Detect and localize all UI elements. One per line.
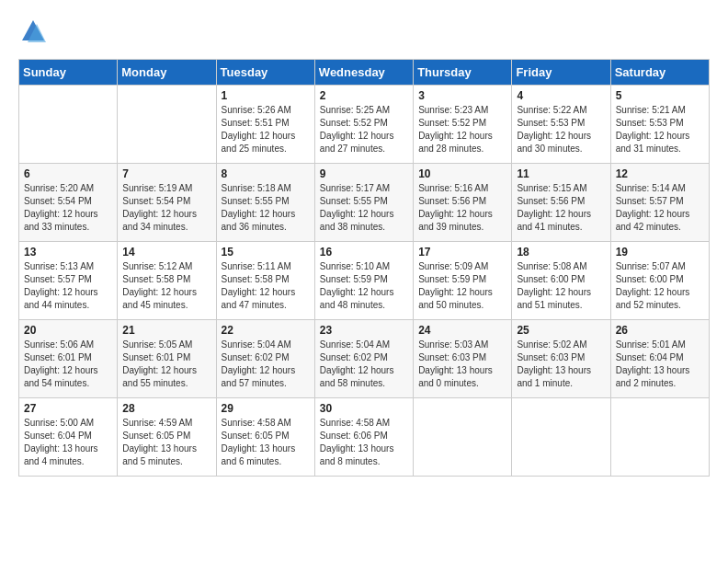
day-detail: Sunrise: 5:04 AM Sunset: 6:02 PM Dayligh… bbox=[222, 339, 310, 390]
weekday-header: Wednesday bbox=[314, 60, 413, 86]
calendar-cell: 8Sunrise: 5:18 AM Sunset: 5:55 PM Daylig… bbox=[216, 164, 314, 242]
day-detail: Sunrise: 5:14 AM Sunset: 5:57 PM Dayligh… bbox=[616, 182, 704, 234]
calendar-cell bbox=[118, 86, 216, 164]
calendar-cell: 5Sunrise: 5:21 AM Sunset: 5:53 PM Daylig… bbox=[610, 86, 709, 164]
calendar-cell: 27Sunrise: 5:00 AM Sunset: 6:04 PM Dayli… bbox=[19, 398, 118, 477]
day-number: 1 bbox=[222, 89, 310, 102]
calendar-cell: 23Sunrise: 5:04 AM Sunset: 6:02 PM Dayli… bbox=[314, 320, 413, 398]
day-detail: Sunrise: 5:04 AM Sunset: 6:02 PM Dayligh… bbox=[320, 339, 408, 390]
page-header bbox=[18, 18, 710, 44]
day-number: 10 bbox=[418, 167, 506, 180]
calendar-cell: 18Sunrise: 5:08 AM Sunset: 6:00 PM Dayli… bbox=[512, 242, 610, 320]
calendar-cell: 22Sunrise: 5:04 AM Sunset: 6:02 PM Dayli… bbox=[216, 320, 314, 398]
day-number: 24 bbox=[418, 324, 506, 337]
day-number: 18 bbox=[517, 246, 605, 259]
logo bbox=[18, 18, 46, 44]
day-number: 15 bbox=[222, 246, 310, 259]
day-number: 28 bbox=[122, 402, 210, 415]
calendar-cell: 15Sunrise: 5:11 AM Sunset: 5:58 PM Dayli… bbox=[216, 242, 314, 320]
day-detail: Sunrise: 5:20 AM Sunset: 5:54 PM Dayligh… bbox=[24, 182, 112, 234]
calendar-cell: 10Sunrise: 5:16 AM Sunset: 5:56 PM Dayli… bbox=[414, 164, 512, 242]
day-detail: Sunrise: 5:23 AM Sunset: 5:52 PM Dayligh… bbox=[418, 104, 506, 155]
calendar-cell bbox=[610, 398, 709, 477]
calendar-cell: 9Sunrise: 5:17 AM Sunset: 5:55 PM Daylig… bbox=[314, 164, 413, 242]
calendar-cell: 20Sunrise: 5:06 AM Sunset: 6:01 PM Dayli… bbox=[19, 320, 118, 398]
day-detail: Sunrise: 4:58 AM Sunset: 6:06 PM Dayligh… bbox=[320, 417, 408, 468]
calendar-cell: 13Sunrise: 5:13 AM Sunset: 5:57 PM Dayli… bbox=[19, 242, 118, 320]
day-detail: Sunrise: 5:03 AM Sunset: 6:03 PM Dayligh… bbox=[418, 339, 506, 390]
day-number: 4 bbox=[517, 89, 605, 102]
calendar-cell: 25Sunrise: 5:02 AM Sunset: 6:03 PM Dayli… bbox=[512, 320, 610, 398]
weekday-header: Saturday bbox=[610, 60, 709, 86]
calendar-cell: 6Sunrise: 5:20 AM Sunset: 5:54 PM Daylig… bbox=[19, 164, 118, 242]
day-number: 2 bbox=[320, 89, 408, 102]
day-detail: Sunrise: 5:17 AM Sunset: 5:55 PM Dayligh… bbox=[320, 182, 408, 234]
weekday-header: Friday bbox=[512, 60, 610, 86]
day-detail: Sunrise: 5:25 AM Sunset: 5:52 PM Dayligh… bbox=[320, 104, 408, 155]
day-detail: Sunrise: 5:05 AM Sunset: 6:01 PM Dayligh… bbox=[122, 339, 210, 390]
day-detail: Sunrise: 5:06 AM Sunset: 6:01 PM Dayligh… bbox=[24, 339, 112, 390]
day-number: 22 bbox=[222, 324, 310, 337]
day-number: 26 bbox=[616, 324, 704, 337]
day-detail: Sunrise: 5:19 AM Sunset: 5:54 PM Dayligh… bbox=[122, 182, 210, 234]
day-number: 5 bbox=[616, 89, 704, 102]
calendar-header: SundayMondayTuesdayWednesdayThursdayFrid… bbox=[19, 60, 710, 86]
day-number: 13 bbox=[24, 246, 112, 259]
day-detail: Sunrise: 5:09 AM Sunset: 5:59 PM Dayligh… bbox=[418, 260, 506, 312]
day-detail: Sunrise: 5:22 AM Sunset: 5:53 PM Dayligh… bbox=[517, 104, 605, 155]
calendar-cell: 14Sunrise: 5:12 AM Sunset: 5:58 PM Dayli… bbox=[118, 242, 216, 320]
day-number: 11 bbox=[517, 167, 605, 180]
day-detail: Sunrise: 5:13 AM Sunset: 5:57 PM Dayligh… bbox=[24, 260, 112, 312]
calendar-cell bbox=[512, 398, 610, 477]
day-detail: Sunrise: 5:12 AM Sunset: 5:58 PM Dayligh… bbox=[122, 260, 210, 312]
day-number: 3 bbox=[418, 89, 506, 102]
day-number: 6 bbox=[24, 167, 112, 180]
calendar-cell: 11Sunrise: 5:15 AM Sunset: 5:56 PM Dayli… bbox=[512, 164, 610, 242]
day-number: 7 bbox=[122, 167, 210, 180]
calendar-cell: 3Sunrise: 5:23 AM Sunset: 5:52 PM Daylig… bbox=[414, 86, 512, 164]
day-detail: Sunrise: 5:00 AM Sunset: 6:04 PM Dayligh… bbox=[24, 417, 112, 468]
day-detail: Sunrise: 5:18 AM Sunset: 5:55 PM Dayligh… bbox=[222, 182, 310, 234]
day-number: 27 bbox=[24, 402, 112, 415]
day-number: 30 bbox=[320, 402, 408, 415]
weekday-header: Sunday bbox=[19, 60, 118, 86]
day-number: 16 bbox=[320, 246, 408, 259]
calendar-cell: 1Sunrise: 5:26 AM Sunset: 5:51 PM Daylig… bbox=[216, 86, 314, 164]
calendar-table: SundayMondayTuesdayWednesdayThursdayFrid… bbox=[18, 59, 710, 477]
day-detail: Sunrise: 5:26 AM Sunset: 5:51 PM Dayligh… bbox=[222, 104, 310, 155]
calendar-week-row: 20Sunrise: 5:06 AM Sunset: 6:01 PM Dayli… bbox=[19, 320, 710, 398]
day-detail: Sunrise: 5:07 AM Sunset: 6:00 PM Dayligh… bbox=[616, 260, 704, 312]
day-number: 20 bbox=[24, 324, 112, 337]
calendar-cell: 2Sunrise: 5:25 AM Sunset: 5:52 PM Daylig… bbox=[314, 86, 413, 164]
calendar-cell: 26Sunrise: 5:01 AM Sunset: 6:04 PM Dayli… bbox=[610, 320, 709, 398]
calendar-cell: 16Sunrise: 5:10 AM Sunset: 5:59 PM Dayli… bbox=[314, 242, 413, 320]
calendar-week-row: 1Sunrise: 5:26 AM Sunset: 5:51 PM Daylig… bbox=[19, 86, 710, 164]
calendar-cell: 29Sunrise: 4:58 AM Sunset: 6:05 PM Dayli… bbox=[216, 398, 314, 477]
day-detail: Sunrise: 5:02 AM Sunset: 6:03 PM Dayligh… bbox=[517, 339, 605, 390]
calendar-cell bbox=[414, 398, 512, 477]
calendar-cell: 12Sunrise: 5:14 AM Sunset: 5:57 PM Dayli… bbox=[610, 164, 709, 242]
day-number: 23 bbox=[320, 324, 408, 337]
day-detail: Sunrise: 5:21 AM Sunset: 5:53 PM Dayligh… bbox=[616, 104, 704, 155]
weekday-header: Thursday bbox=[414, 60, 512, 86]
weekday-header: Monday bbox=[118, 60, 216, 86]
calendar-cell: 19Sunrise: 5:07 AM Sunset: 6:00 PM Dayli… bbox=[610, 242, 709, 320]
day-detail: Sunrise: 5:10 AM Sunset: 5:59 PM Dayligh… bbox=[320, 260, 408, 312]
calendar-cell: 30Sunrise: 4:58 AM Sunset: 6:06 PM Dayli… bbox=[314, 398, 413, 477]
day-detail: Sunrise: 5:11 AM Sunset: 5:58 PM Dayligh… bbox=[222, 260, 310, 312]
day-number: 19 bbox=[616, 246, 704, 259]
day-number: 25 bbox=[517, 324, 605, 337]
day-detail: Sunrise: 5:16 AM Sunset: 5:56 PM Dayligh… bbox=[418, 182, 506, 234]
calendar-cell bbox=[19, 86, 118, 164]
calendar-cell: 28Sunrise: 4:59 AM Sunset: 6:05 PM Dayli… bbox=[118, 398, 216, 477]
day-number: 17 bbox=[418, 246, 506, 259]
day-detail: Sunrise: 4:58 AM Sunset: 6:05 PM Dayligh… bbox=[222, 417, 310, 468]
calendar-cell: 4Sunrise: 5:22 AM Sunset: 5:53 PM Daylig… bbox=[512, 86, 610, 164]
calendar-cell: 24Sunrise: 5:03 AM Sunset: 6:03 PM Dayli… bbox=[414, 320, 512, 398]
day-number: 9 bbox=[320, 167, 408, 180]
day-detail: Sunrise: 5:01 AM Sunset: 6:04 PM Dayligh… bbox=[616, 339, 704, 390]
day-detail: Sunrise: 5:15 AM Sunset: 5:56 PM Dayligh… bbox=[517, 182, 605, 234]
weekday-header: Tuesday bbox=[216, 60, 314, 86]
logo-icon bbox=[20, 18, 46, 44]
calendar-cell: 17Sunrise: 5:09 AM Sunset: 5:59 PM Dayli… bbox=[414, 242, 512, 320]
